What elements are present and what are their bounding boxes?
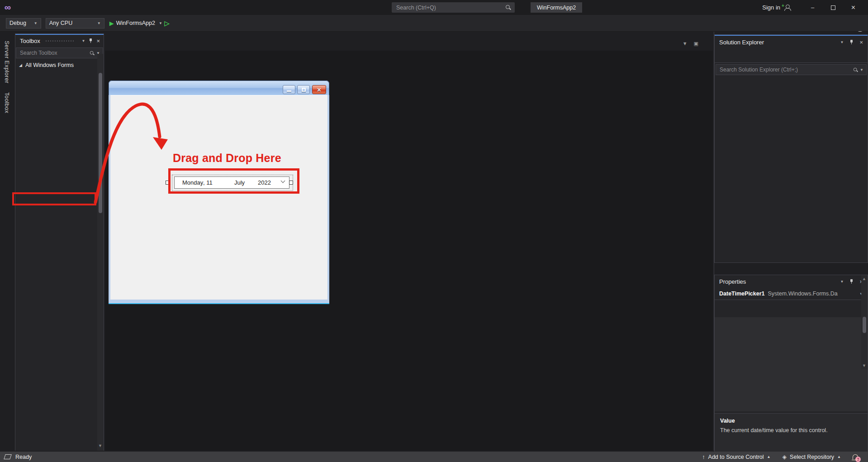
search-icon	[505, 5, 511, 10]
status-bar: Ready ↑ Add to Source Control ▲ ◈ Select…	[0, 452, 868, 462]
panel-menu-icon[interactable]: ▼	[81, 39, 85, 43]
property-grid-scrollbar[interactable]: ▲ ▼	[861, 275, 868, 369]
minimize-button[interactable]: –	[802, 0, 823, 15]
form-client-area[interactable]	[110, 95, 327, 300]
solution-explorer-title: Solution Explorer	[719, 39, 764, 46]
solution-explorer-toolbar	[715, 48, 868, 63]
left-tool-strip: Server Explorer Toolbox	[0, 32, 15, 451]
solution-tree	[715, 76, 868, 78]
chevron-down-icon[interactable]: ▼	[159, 21, 162, 25]
pin-icon[interactable]	[849, 39, 854, 45]
sidebar-tab-toolbox[interactable]: Toolbox	[4, 92, 10, 114]
start-debugging-icon[interactable]: ▶	[109, 20, 114, 27]
add-to-source-control-button[interactable]: ↑ Add to Source Control ▲	[702, 454, 770, 460]
expanded-icon: ◢	[19, 63, 22, 67]
pin-icon[interactable]	[89, 38, 93, 43]
scroll-up-icon[interactable]: ▲	[862, 276, 866, 281]
annotation-text: Drag and Drop Here	[173, 152, 281, 165]
window-options-icon[interactable]: ▣	[694, 41, 698, 47]
close-icon[interactable]: ×	[96, 38, 100, 44]
chevron-up-icon: ▲	[767, 455, 771, 459]
main-toolbar: Debug▼ Any CPU▼ ▶ WinFormsApp2 ▼ ▶ ↫ Liv…	[0, 15, 868, 32]
quick-search-placeholder: Search (Ctrl+Q)	[396, 5, 436, 11]
property-description-title: Value	[720, 418, 862, 424]
close-button[interactable]: ×	[843, 0, 863, 15]
annotation-rectangle	[168, 168, 299, 194]
toolbox-list	[15, 76, 97, 451]
properties-toolbar	[715, 300, 868, 314]
design-canvas: ✕ Monday , 11 July 2022 Drag and Drop He…	[105, 51, 713, 451]
search-icon	[90, 50, 95, 55]
title-bar: ∞ Search (Ctrl+Q) WinFormsApp2 Sign in +…	[0, 0, 868, 15]
solution-explorer-search-input[interactable]: Search Solution Explorer (Ctrl+;) ▼	[716, 64, 867, 75]
chevron-down-icon: ▼	[860, 68, 863, 72]
user-account-icon: +	[784, 5, 791, 11]
bell-icon: 2	[853, 454, 858, 459]
toolbox-section-all-windows-forms[interactable]: ◢ All Windows Forms	[15, 59, 104, 71]
notifications-button[interactable]: 2	[853, 454, 858, 459]
background-tasks-icon[interactable]	[4, 454, 12, 459]
window-title: WinFormsApp2	[531, 2, 582, 13]
sidebar-tab-server-explorer[interactable]: Server Explorer	[4, 41, 10, 83]
debug-target-select[interactable]: Debug▼	[6, 18, 41, 29]
platform-select[interactable]: Any CPU▼	[46, 18, 104, 29]
search-icon	[853, 67, 858, 72]
scrollbar-thumb[interactable]	[863, 317, 866, 333]
scroll-down-icon[interactable]: ▼	[98, 443, 102, 448]
properties-title: Properties	[719, 278, 746, 285]
panel-menu-icon[interactable]: ▼	[840, 40, 844, 44]
pin-icon[interactable]	[849, 279, 854, 284]
chevron-up-icon: ▲	[837, 455, 841, 459]
form-close-button[interactable]: ✕	[312, 85, 326, 94]
toolbox-panel: Toolbox ▼ × Search Toolbox ▼ ◢ All Windo…	[15, 33, 104, 451]
toolbox-search-input[interactable]: Search Toolbox ▼	[16, 48, 103, 58]
scrollbar-thumb[interactable]	[99, 73, 102, 213]
panel-drag-handle[interactable]	[46, 39, 75, 43]
right-dock: Solution Explorer ▼ × Search Solution Ex…	[714, 32, 868, 451]
scroll-down-icon[interactable]: ▼	[862, 363, 866, 368]
quick-search-box[interactable]: Search (Ctrl+Q)	[392, 2, 515, 13]
annotation-rectangle-toolbox	[12, 192, 96, 205]
toolbox-scrollbar[interactable]: ▼	[97, 54, 104, 451]
status-ready-label: Ready	[15, 454, 32, 460]
start-without-debugging-icon[interactable]: ▶	[165, 20, 169, 27]
form-minimize-button[interactable]	[283, 85, 295, 94]
visual-studio-logo-icon: ∞	[0, 2, 15, 13]
chevron-down-icon: ▼	[34, 21, 38, 25]
property-grid	[715, 317, 868, 411]
restore-icon	[831, 5, 835, 10]
properties-object-selector[interactable]: DateTimePicker1 System.Windows.Forms.Da …	[715, 288, 868, 300]
property-description-text: The current date/time value for this con…	[720, 427, 862, 433]
notification-badge: 2	[855, 457, 861, 462]
properties-panel: Properties ▼ × DateTimePicker1 System.Wi…	[714, 275, 868, 462]
form-maximize-button[interactable]	[297, 85, 310, 94]
form-title-bar: ✕	[109, 81, 329, 95]
upload-arrow-icon: ↑	[702, 454, 705, 460]
designer-area: ▼ ▣ ✕ Monday , 11 July 2022 Drag and Dro…	[104, 32, 714, 451]
solution-explorer-panel: Solution Explorer ▼ × Search Solution Ex…	[714, 34, 868, 263]
sign-in-button[interactable]: Sign in +	[762, 4, 791, 11]
panel-menu-icon[interactable]: ▼	[840, 280, 844, 284]
select-repository-button[interactable]: ◈ Select Repository ▲	[782, 453, 841, 460]
toolbox-title: Toolbox	[20, 38, 40, 44]
close-icon[interactable]: ×	[859, 39, 863, 46]
startup-project-label[interactable]: WinFormsApp2	[116, 20, 155, 26]
tab-list-chevron-icon[interactable]: ▼	[683, 41, 688, 47]
chevron-down-icon: ▼	[97, 21, 101, 25]
repository-icon: ◈	[782, 453, 787, 460]
restore-button[interactable]	[823, 0, 843, 15]
